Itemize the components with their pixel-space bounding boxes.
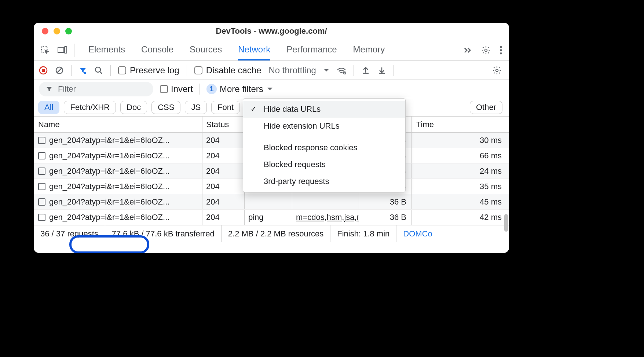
request-name: gen_204?atyp=i&r=1&ei=6IoOZ... (49, 151, 169, 161)
request-size: 36 B (359, 194, 412, 209)
menu-blocked-requests[interactable]: Blocked requests (243, 156, 405, 173)
file-icon (38, 137, 45, 144)
svg-point-15 (496, 69, 498, 71)
preserve-log-checkbox[interactable]: Preserve log (118, 65, 179, 76)
file-icon (38, 152, 45, 159)
throttling-select[interactable]: No throttling (268, 65, 329, 76)
col-time[interactable]: Time (412, 117, 509, 132)
inspect-element-icon[interactable] (40, 45, 50, 55)
request-status: 204 (202, 210, 245, 225)
request-status: 204 (202, 148, 245, 163)
status-transferred: 77.6 kB / 77.6 kB transferred (105, 225, 222, 242)
titlebar: DevTools - www.google.com/ (34, 23, 509, 40)
svg-rect-8 (42, 69, 45, 72)
status-bar: 36 / 37 requests 77.6 kB / 77.6 kB trans… (34, 225, 509, 242)
chip-other[interactable]: Other (470, 101, 502, 114)
more-filters-menu: Hide data URLs Hide extension URLs Block… (243, 98, 406, 192)
request-name: gen_204?atyp=i&r=1&ei=6IoOZ... (49, 182, 169, 191)
svg-rect-2 (65, 47, 67, 53)
request-name: gen_204?atyp=i&r=1&ei=6IoOZ... (49, 197, 169, 207)
tab-memory[interactable]: Memory (353, 40, 385, 60)
tab-console[interactable]: Console (141, 40, 173, 60)
request-time: 30 ms (412, 133, 509, 148)
filter-row: Filter Invert 1 More filters (34, 80, 509, 98)
file-icon (38, 168, 45, 175)
disable-cache-checkbox[interactable]: Disable cache (194, 65, 261, 76)
devtools-window: DevTools - www.google.com/ Elements Cons… (34, 23, 509, 253)
request-name: gen_204?atyp=i&r=1&ei=6IoOZ... (49, 213, 169, 222)
network-settings-icon[interactable] (492, 66, 502, 75)
panel-tabs: Elements Console Sources Network Perform… (78, 40, 385, 60)
menu-blocked-response-cookies[interactable]: Blocked response cookies (243, 139, 405, 156)
menu-3rd-party-requests[interactable]: 3rd-party requests (243, 173, 405, 190)
chip-font[interactable]: Font (211, 101, 240, 114)
svg-point-3 (485, 49, 487, 51)
table-row[interactable]: gen_204?atyp=i&r=1&ei=6IoOZ... 204 ping … (34, 210, 509, 225)
chip-doc[interactable]: Doc (120, 101, 147, 114)
invert-checkbox[interactable]: Invert (160, 84, 193, 94)
chevron-down-icon (267, 87, 273, 91)
table-row[interactable]: gen_204?atyp=i&r=1&ei=6IoOZ... 204 36 B … (34, 194, 509, 210)
svg-point-12 (95, 67, 100, 72)
request-name: gen_204?atyp=i&r=1&ei=6IoOZ... (49, 166, 169, 176)
chip-js[interactable]: JS (185, 101, 207, 114)
status-finish: Finish: 1.8 min (330, 225, 396, 242)
tab-performance[interactable]: Performance (286, 40, 337, 60)
status-domcontent: DOMCo (396, 225, 439, 242)
filter-icon[interactable] (79, 66, 87, 74)
tab-sources[interactable]: Sources (190, 40, 222, 60)
menu-divider (243, 137, 405, 137)
col-name[interactable]: Name (34, 117, 202, 132)
request-time: 66 ms (412, 148, 509, 163)
request-size: 36 B (359, 210, 412, 225)
chip-css[interactable]: CSS (151, 101, 180, 114)
request-status: 204 (202, 194, 245, 209)
import-har-icon[interactable] (361, 66, 370, 75)
request-initiator[interactable]: m=cdos,hsm,jsa,m (296, 213, 359, 222)
more-filters-button[interactable]: 1 More filters (206, 84, 273, 94)
kebab-menu-icon[interactable] (500, 45, 502, 55)
file-icon (38, 214, 45, 221)
svg-point-4 (500, 46, 502, 48)
request-status: 204 (202, 133, 245, 148)
panel-tabs-row: Elements Console Sources Network Perform… (34, 40, 509, 61)
export-har-icon[interactable] (377, 66, 386, 75)
request-time: 24 ms (412, 163, 509, 178)
network-toolbar: Preserve log Disable cache No throttling (34, 61, 509, 80)
request-type (245, 194, 292, 209)
search-icon[interactable] (94, 66, 103, 75)
funnel-icon (45, 85, 53, 93)
request-status: 204 (202, 163, 245, 178)
col-status[interactable]: Status (202, 117, 245, 132)
status-resources: 2.2 MB / 2.2 MB resources (222, 225, 330, 242)
request-time: 45 ms (412, 194, 509, 209)
filter-input[interactable]: Filter (39, 82, 153, 96)
file-icon (38, 183, 45, 190)
svg-rect-1 (58, 47, 64, 52)
request-time: 35 ms (412, 179, 509, 194)
window-title: DevTools - www.google.com/ (34, 26, 509, 36)
tab-elements[interactable]: Elements (88, 40, 125, 60)
file-icon (38, 198, 45, 206)
device-toolbar-icon[interactable] (57, 45, 67, 55)
status-requests: 36 / 37 requests (34, 225, 105, 242)
network-conditions-icon[interactable] (337, 66, 346, 74)
svg-point-5 (500, 49, 502, 51)
chip-all[interactable]: All (38, 101, 59, 114)
request-time: 42 ms (412, 210, 509, 225)
svg-line-10 (57, 68, 62, 73)
request-type: ping (245, 210, 292, 225)
menu-hide-data-urls[interactable]: Hide data URLs (243, 101, 405, 118)
clear-icon[interactable] (55, 66, 64, 75)
settings-icon[interactable] (481, 45, 491, 55)
record-button-icon[interactable] (39, 66, 48, 75)
more-tabs-icon[interactable] (463, 47, 472, 54)
chip-fetch-xhr[interactable]: Fetch/XHR (64, 101, 116, 114)
svg-point-6 (500, 52, 502, 54)
request-status: 204 (202, 179, 245, 194)
svg-line-13 (100, 71, 102, 74)
request-name: gen_204?atyp=i&r=1&ei=6IoOZ... (49, 136, 169, 145)
menu-hide-extension-urls[interactable]: Hide extension URLs (243, 118, 405, 135)
tab-network[interactable]: Network (238, 40, 270, 60)
scrollbar-thumb[interactable] (504, 214, 508, 232)
